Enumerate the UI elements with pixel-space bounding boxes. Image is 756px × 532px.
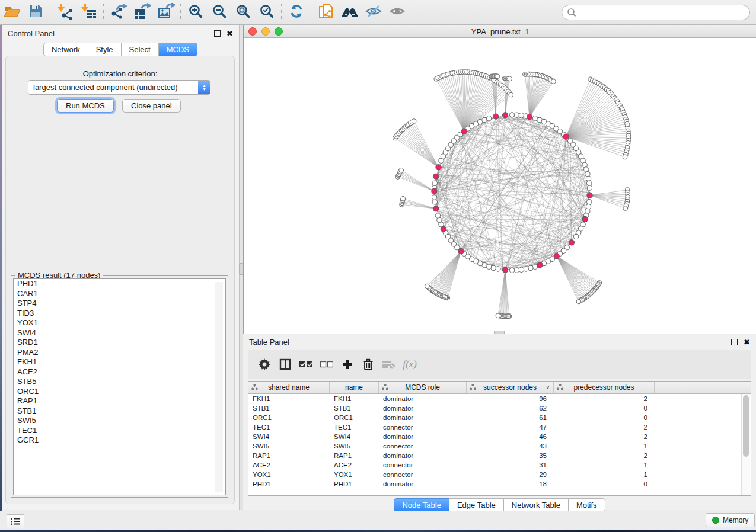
network-canvas[interactable] xyxy=(244,38,756,334)
zoom-fit-button[interactable] xyxy=(231,2,255,23)
optimization-criterion-select[interactable]: largest connected component (undirected)… xyxy=(28,80,210,95)
tab-mcds[interactable]: MCDS xyxy=(159,43,197,56)
zoom-selected-button[interactable] xyxy=(255,2,279,23)
cell-shared-name: SWI4 xyxy=(248,433,330,440)
cell-successor-nodes: 62 xyxy=(467,405,554,412)
refresh-layout-button[interactable] xyxy=(285,2,308,23)
mcds-result-item[interactable]: ORC1 xyxy=(14,387,225,397)
show-panels-list-button[interactable] xyxy=(7,514,24,528)
column-header-predecessor-nodes[interactable]: predecessor nodes xyxy=(554,382,655,393)
plus-icon xyxy=(342,359,353,370)
table-row[interactable]: SWI5SWI5connector431 xyxy=(248,441,751,451)
delete-column-button[interactable] xyxy=(361,357,376,372)
zoom-out-button[interactable] xyxy=(208,2,231,23)
table-row[interactable]: FKH1FKH1dominator962 xyxy=(248,394,751,403)
column-header-shared-name[interactable]: shared name xyxy=(248,382,330,393)
table-row[interactable]: RAP1RAP1dominator352 xyxy=(248,451,751,460)
add-column-button[interactable] xyxy=(340,357,355,372)
zoom-in-button[interactable] xyxy=(184,2,208,23)
export-table-button[interactable] xyxy=(130,2,154,23)
show-all-button[interactable] xyxy=(385,2,409,23)
cell-successor-nodes: 31 xyxy=(467,462,554,469)
column-header-name[interactable]: name xyxy=(330,382,379,393)
network-window-titlebar[interactable]: YPA_prune.txt_1 xyxy=(244,25,756,38)
table-row[interactable]: STB1STB1dominator620 xyxy=(248,403,751,413)
mcds-result-item[interactable]: YOX1 xyxy=(14,318,225,328)
tab-style[interactable]: Style xyxy=(88,43,122,56)
table-row[interactable]: PHD1PHD1dominator180 xyxy=(248,479,751,489)
network-view-window: YPA_prune.txt_1 xyxy=(243,25,756,334)
node-table[interactable]: shared namenameMCDS rolesuccessor nodes∨… xyxy=(248,381,751,496)
clone-network-button[interactable] xyxy=(314,2,338,23)
import-network-icon xyxy=(57,3,74,22)
mcds-result-item[interactable]: PHD1 xyxy=(14,279,225,289)
tab-network[interactable]: Network xyxy=(43,43,88,56)
close-panel-button[interactable]: Close panel xyxy=(122,99,181,113)
mcds-result-item[interactable]: STB1 xyxy=(14,406,225,416)
table-row[interactable]: TEC1TEC1connector472 xyxy=(248,422,751,432)
deselect-all-button[interactable] xyxy=(319,357,334,372)
mcds-result-list[interactable]: PHD1CAR1STP4TID3YOX1SWI4SRD1PMA2FKH1ACE2… xyxy=(13,278,226,495)
show-columns-button[interactable] xyxy=(277,357,293,372)
table-settings-button[interactable] xyxy=(257,357,272,372)
mcds-result-item[interactable]: TID3 xyxy=(14,309,225,319)
close-panel-icon[interactable]: ✖ xyxy=(227,30,233,37)
mcds-result-item[interactable]: CAR1 xyxy=(14,289,225,299)
tab-network-table[interactable]: Network Table xyxy=(504,498,569,512)
import-network-button[interactable] xyxy=(53,2,77,23)
cell-shared-name: ACE2 xyxy=(248,462,330,469)
save-session-button[interactable] xyxy=(24,2,47,23)
search-input[interactable] xyxy=(579,7,745,18)
table-row[interactable]: ACE2ACE2connector311 xyxy=(248,460,751,470)
search-icon xyxy=(567,8,576,17)
mcds-result-item[interactable]: ACE2 xyxy=(14,367,225,377)
mcds-result-item[interactable]: PMA2 xyxy=(14,348,225,358)
table-row[interactable]: YOX1YOX1connector291 xyxy=(248,470,751,479)
mcds-list-scrollbar[interactable] xyxy=(215,282,223,492)
tab-node-table[interactable]: Node Table xyxy=(394,498,449,512)
mcds-result-group: MCDS result (17 nodes) PHD1CAR1STP4TID3Y… xyxy=(11,275,228,498)
refresh-icon xyxy=(289,4,304,21)
table-row[interactable]: ORC1ORC1dominator610 xyxy=(248,413,751,422)
float-panel-icon[interactable] xyxy=(214,30,221,37)
mcds-result-item[interactable]: FKH1 xyxy=(14,357,225,367)
tab-motifs[interactable]: Motifs xyxy=(569,498,605,512)
mcds-result-item[interactable]: RAP1 xyxy=(14,396,225,406)
float-table-panel-icon[interactable] xyxy=(731,339,738,345)
cell-mcds-role: dominator xyxy=(379,433,467,440)
cell-predecessor-nodes: 1 xyxy=(554,471,655,478)
table-row[interactable]: SWI4SWI4dominator462 xyxy=(248,432,751,441)
search-binoculars-button[interactable] xyxy=(338,2,362,23)
cell-predecessor-nodes: 0 xyxy=(554,405,655,412)
table-scrollbar-thumb[interactable] xyxy=(743,395,749,457)
cell-name: TEC1 xyxy=(330,424,379,431)
mcds-result-item[interactable]: SRD1 xyxy=(14,338,225,348)
cell-shared-name: FKH1 xyxy=(248,395,330,402)
column-header-mcds-role[interactable]: MCDS role xyxy=(379,382,467,393)
memory-button[interactable]: Memory xyxy=(706,513,755,527)
tab-edge-table[interactable]: Edge Table xyxy=(449,498,504,512)
column-header-successor-nodes[interactable]: successor nodes∨ xyxy=(467,382,554,393)
export-network-button[interactable] xyxy=(107,2,130,23)
mcds-result-item[interactable]: STP4 xyxy=(14,299,225,309)
cell-shared-name: ORC1 xyxy=(248,414,330,421)
run-mcds-button[interactable]: Run MCDS xyxy=(57,99,114,113)
select-all-button[interactable] xyxy=(298,357,314,372)
close-table-panel-icon[interactable]: ✖ xyxy=(744,338,750,346)
mcds-result-item[interactable]: STB5 xyxy=(14,377,225,387)
mcds-result-item[interactable]: TEC1 xyxy=(14,426,225,436)
cell-mcds-role: dominator xyxy=(379,395,467,402)
mcds-result-item[interactable]: GCR1 xyxy=(14,435,225,446)
mcds-result-item[interactable]: SWI4 xyxy=(14,328,225,338)
mcds-result-item[interactable]: SWI5 xyxy=(14,416,225,426)
table-scrollbar[interactable] xyxy=(741,394,750,495)
hide-selected-button[interactable] xyxy=(362,2,385,23)
network-search-box[interactable] xyxy=(562,5,750,20)
cell-predecessor-nodes: 0 xyxy=(554,480,655,488)
tab-select[interactable]: Select xyxy=(122,43,159,56)
open-file-button[interactable] xyxy=(0,2,24,23)
export-image-button[interactable] xyxy=(154,2,178,23)
import-table-button[interactable] xyxy=(77,2,101,23)
save-floppy-icon xyxy=(28,4,43,21)
list-icon xyxy=(11,517,20,525)
